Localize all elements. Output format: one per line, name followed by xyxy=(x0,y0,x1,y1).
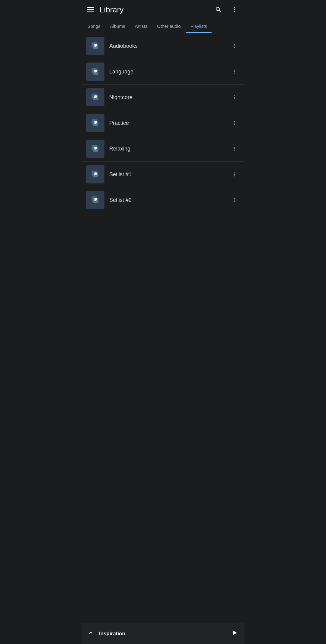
playlist-name: Language xyxy=(109,69,229,75)
search-icon[interactable] xyxy=(214,5,223,15)
header-left: Library xyxy=(87,5,123,15)
tab-artists[interactable]: Artists xyxy=(130,19,152,33)
header: Library xyxy=(82,0,245,19)
playlist-name: Setlist #2 xyxy=(109,197,229,203)
playlist-name: Practice xyxy=(109,120,229,126)
playlist-list: Audiobooks Language xyxy=(82,33,245,213)
list-item[interactable]: Setlist #2 xyxy=(82,187,245,213)
tab-other-audio[interactable]: Other audio xyxy=(152,19,185,33)
playlist-thumbnail xyxy=(86,165,104,183)
tabs-container: Songs Albums Artists Other audio Playlis… xyxy=(82,19,245,33)
list-item[interactable]: Audiobooks xyxy=(82,33,245,59)
list-item[interactable]: Nightcore xyxy=(82,85,245,110)
tab-playlists[interactable]: Playlists xyxy=(186,19,212,33)
playlist-name: Setlist #1 xyxy=(109,171,229,178)
more-options-button[interactable] xyxy=(229,92,240,103)
svg-point-11 xyxy=(95,122,96,123)
svg-point-20 xyxy=(95,199,96,200)
playlist-name: Nightcore xyxy=(109,94,229,101)
list-item[interactable]: Relaxing xyxy=(82,136,245,162)
more-options-button[interactable] xyxy=(229,195,240,205)
svg-point-14 xyxy=(95,148,96,149)
playlist-thumbnail xyxy=(86,88,104,106)
playlist-thumbnail xyxy=(86,63,104,81)
page-title: Library xyxy=(100,5,123,15)
list-item[interactable]: Language xyxy=(82,59,245,85)
more-options-button[interactable] xyxy=(229,40,240,51)
more-options-button[interactable] xyxy=(229,169,240,180)
playlist-name: Relaxing xyxy=(109,146,229,152)
more-options-button[interactable] xyxy=(229,118,240,128)
svg-point-5 xyxy=(95,71,96,72)
more-options-button[interactable] xyxy=(229,66,240,77)
svg-point-8 xyxy=(95,96,96,97)
playlist-thumbnail xyxy=(86,114,104,132)
svg-point-17 xyxy=(95,173,96,174)
more-options-icon[interactable] xyxy=(229,5,239,15)
header-icons xyxy=(214,5,239,15)
playlist-thumbnail xyxy=(86,37,104,55)
menu-icon[interactable] xyxy=(87,7,94,12)
playlist-thumbnail xyxy=(86,140,104,158)
list-item[interactable]: Setlist #1 xyxy=(82,162,245,187)
tab-songs[interactable]: Songs xyxy=(83,19,105,33)
tab-albums[interactable]: Albums xyxy=(105,19,130,33)
more-options-button[interactable] xyxy=(229,143,240,154)
list-item[interactable]: Practice xyxy=(82,110,245,136)
playlist-thumbnail xyxy=(86,191,104,209)
svg-point-2 xyxy=(95,45,96,46)
playlist-name: Audiobooks xyxy=(109,43,229,49)
